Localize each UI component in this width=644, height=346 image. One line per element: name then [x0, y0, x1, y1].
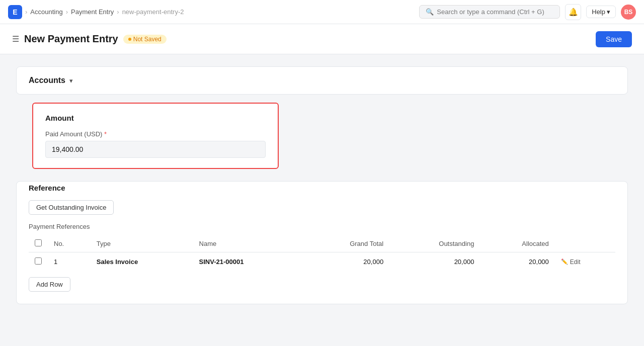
- row-type: Sales Invoice: [91, 252, 193, 272]
- help-label: Help: [592, 8, 605, 16]
- required-indicator: *: [104, 130, 107, 138]
- page-header: ☰ New Payment Entry Not Saved Save: [0, 24, 644, 54]
- search-icon: 🔍: [426, 8, 434, 16]
- save-button[interactable]: Save: [596, 31, 632, 47]
- col-header-actions: [555, 235, 615, 252]
- col-header-no: No.: [48, 235, 91, 252]
- accounts-card: Accounts ▾: [16, 66, 628, 95]
- page-header-left: ☰ New Payment Entry Not Saved: [12, 33, 167, 45]
- row-edit-cell: ✏️ Edit: [555, 252, 615, 272]
- breadcrumb-container: E › Accounting › Payment Entry › new-pay…: [8, 5, 184, 19]
- col-header-outstanding: Outstanding: [389, 235, 480, 252]
- help-chevron-icon: ▾: [607, 8, 610, 16]
- amount-box: Amount Paid Amount (USD) * 19,400.00: [32, 103, 279, 169]
- accounts-section-header[interactable]: Accounts ▾: [17, 67, 627, 94]
- paid-amount-label: Paid Amount (USD) *: [45, 130, 266, 138]
- row-outstanding: 20,000: [389, 252, 480, 272]
- col-header-name: Name: [193, 235, 302, 252]
- row-checkbox-cell: [29, 252, 48, 272]
- reference-section: Reference Get Outstanding Invoice Paymen…: [17, 182, 627, 304]
- main-content: Accounts ▾ Amount Paid Amount (USD) * 19…: [0, 54, 644, 324]
- app-icon[interactable]: E: [8, 5, 22, 19]
- row-name: SINV-21-00001: [193, 252, 302, 272]
- help-button[interactable]: Help ▾: [586, 6, 616, 18]
- page-title: New Payment Entry: [24, 33, 118, 45]
- breadcrumb-payment-entry[interactable]: Payment Entry: [71, 8, 114, 16]
- status-dot: [128, 38, 131, 41]
- col-header-grand-total: Grand Total: [302, 235, 389, 252]
- accounts-section-title: Accounts: [29, 76, 65, 85]
- row-no: 1: [48, 252, 91, 272]
- status-label: Not Saved: [133, 36, 162, 43]
- col-header-allocated: Allocated: [480, 235, 554, 252]
- edit-icon: ✏️: [561, 258, 568, 265]
- breadcrumb-sep-2: ›: [66, 8, 68, 16]
- user-avatar[interactable]: BS: [621, 5, 636, 20]
- top-nav: E › Accounting › Payment Entry › new-pay…: [0, 0, 644, 24]
- breadcrumb-sep-1: ›: [25, 8, 27, 16]
- col-header-type: Type: [91, 235, 193, 252]
- edit-label: Edit: [570, 258, 581, 266]
- nav-right: 🔍 Search or type a command (Ctrl + G) 🔔 …: [419, 4, 636, 20]
- amount-section: Amount Paid Amount (USD) * 19,400.00: [32, 103, 612, 169]
- add-row-button[interactable]: Add Row: [29, 277, 70, 292]
- outstanding-invoice-button[interactable]: Get Outstanding Invoice: [29, 200, 114, 215]
- table-row: 1 Sales Invoice SINV-21-00001 20,000 20,…: [29, 252, 615, 272]
- col-header-checkbox: [29, 235, 48, 252]
- breadcrumb-sep-3: ›: [117, 8, 119, 16]
- menu-icon[interactable]: ☰: [12, 34, 19, 44]
- paid-amount-input[interactable]: 19,400.00: [45, 141, 266, 158]
- row-checkbox[interactable]: [35, 257, 42, 265]
- notification-button[interactable]: 🔔: [565, 4, 581, 20]
- search-bar[interactable]: 🔍 Search or type a command (Ctrl + G): [419, 5, 560, 19]
- reference-title: Reference: [29, 182, 615, 192]
- breadcrumb-accounting[interactable]: Accounting: [30, 8, 62, 16]
- payment-references-table: No. Type Name Grand Total Outstanding Al…: [29, 235, 615, 271]
- accounts-chevron-icon: ▾: [69, 77, 73, 84]
- reference-card: Reference Get Outstanding Invoice Paymen…: [16, 181, 628, 304]
- row-allocated: 20,000: [480, 252, 554, 272]
- select-all-checkbox[interactable]: [35, 239, 42, 246]
- breadcrumb-current: new-payment-entry-2: [122, 8, 184, 16]
- edit-row-button[interactable]: ✏️ Edit: [561, 258, 581, 266]
- status-badge: Not Saved: [123, 35, 167, 44]
- search-placeholder: Search or type a command (Ctrl + G): [437, 8, 544, 16]
- amount-title: Amount: [45, 114, 266, 122]
- payment-references-label: Payment References: [29, 223, 615, 230]
- row-grand-total: 20,000: [302, 252, 389, 272]
